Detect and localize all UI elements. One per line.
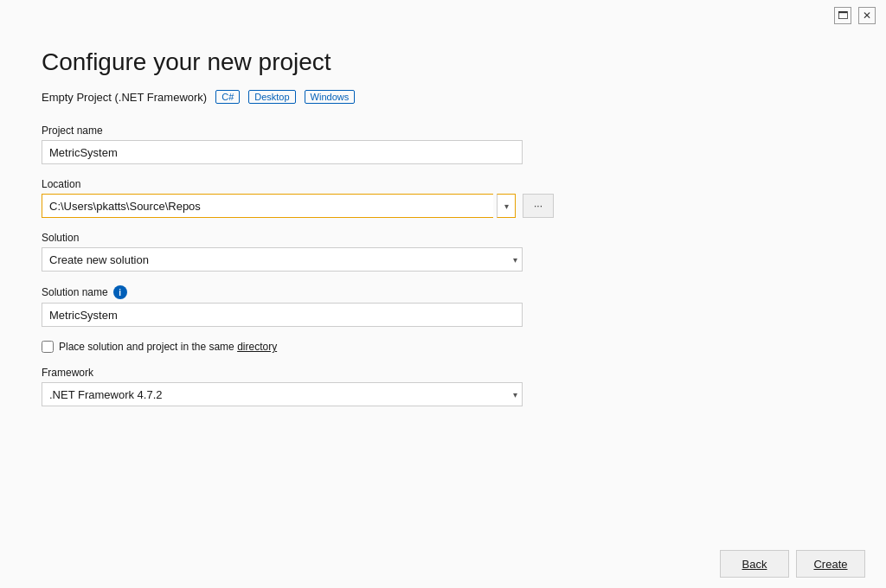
directory-link[interactable]: directory: [237, 341, 277, 353]
location-label: Location: [42, 178, 844, 190]
minimize-button[interactable]: 🗖: [834, 7, 851, 24]
browse-button[interactable]: ···: [523, 194, 554, 218]
create-label: Create: [813, 558, 847, 571]
close-button[interactable]: ✕: [858, 7, 876, 24]
framework-select[interactable]: .NET Framework 4.7.2 .NET Framework 4.8 …: [42, 382, 523, 406]
project-name-group: Project name: [42, 125, 844, 164]
browse-icon: ···: [534, 200, 543, 212]
chevron-down-icon: ▾: [504, 201, 509, 211]
solution-label: Solution: [42, 232, 844, 244]
back-label: Back: [742, 558, 767, 571]
project-type-row: Empty Project (.NET Framework) C# Deskto…: [42, 90, 844, 104]
project-name-input[interactable]: [42, 140, 523, 164]
location-dropdown-button[interactable]: ▾: [497, 194, 516, 218]
solution-name-label: Solution name: [42, 286, 108, 298]
solution-select[interactable]: Create new solution Add to solution Crea…: [42, 247, 523, 272]
solution-group: Solution Create new solution Add to solu…: [42, 232, 844, 272]
framework-label: Framework: [42, 367, 844, 379]
tag-windows: Windows: [305, 90, 356, 104]
solution-select-wrapper: Create new solution Add to solution Crea…: [42, 247, 523, 272]
same-directory-checkbox[interactable]: [42, 341, 54, 353]
tag-csharp: C#: [215, 90, 240, 104]
framework-select-wrapper: .NET Framework 4.7.2 .NET Framework 4.8 …: [42, 382, 523, 406]
location-row: ▾ ···: [42, 194, 844, 218]
solution-name-label-row: Solution name i: [42, 285, 844, 299]
checkbox-row: Place solution and project in the same d…: [42, 341, 844, 353]
create-button[interactable]: Create: [796, 550, 865, 578]
checkbox-label: Place solution and project in the same d…: [59, 341, 277, 353]
framework-group: Framework .NET Framework 4.7.2 .NET Fram…: [42, 367, 844, 406]
location-input[interactable]: [42, 194, 493, 218]
solution-name-group: Solution name i: [42, 285, 844, 327]
close-icon: ✕: [863, 10, 871, 22]
footer: Back Create: [0, 540, 886, 588]
tag-desktop: Desktop: [248, 90, 295, 104]
project-name-label: Project name: [42, 125, 844, 137]
location-group: Location ▾ ···: [42, 178, 844, 218]
back-button[interactable]: Back: [720, 550, 789, 578]
content-area: Configure your new project Empty Project…: [0, 31, 886, 540]
project-type-name: Empty Project (.NET Framework): [42, 91, 207, 104]
dialog: 🗖 ✕ Configure your new project Empty Pro…: [0, 0, 886, 588]
title-bar: 🗖 ✕: [0, 0, 886, 31]
info-icon[interactable]: i: [113, 285, 127, 299]
page-title: Configure your new project: [42, 48, 844, 76]
solution-name-input[interactable]: [42, 303, 523, 327]
minimize-icon: 🗖: [838, 10, 848, 22]
